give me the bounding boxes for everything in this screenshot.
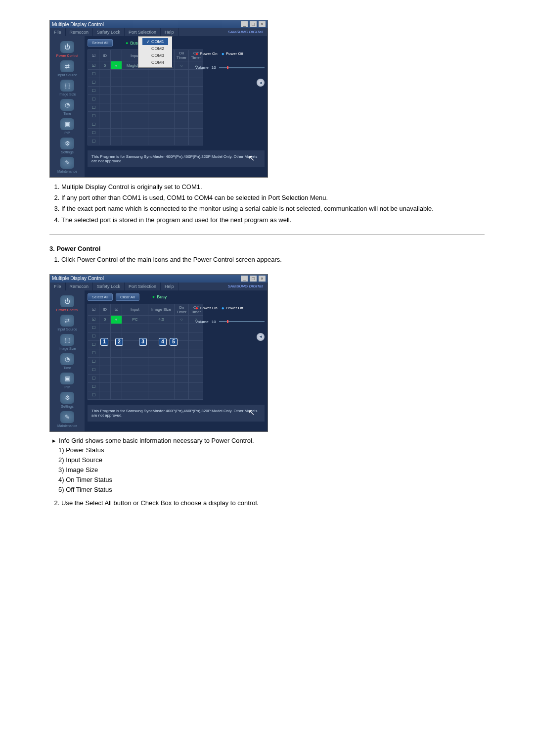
table-row[interactable]: ☐ [88,103,203,112]
col-status: ☑ [111,304,122,315]
sidebar: ⏻Power Control ⇄Input Source ⬚Image Size… [50,290,85,431]
menu-safety-lock[interactable]: Safety Lock [93,283,125,290]
table-row[interactable]: ☐ [88,112,203,120]
footer-message: This Program is for Samsung SyncMaster 4… [88,150,265,167]
volume-control[interactable]: Volume 10 [195,320,265,324]
menu-port-selection[interactable]: Port Selection [125,28,161,36]
settings-icon: ⚙ [60,392,74,404]
volume-control[interactable]: Volume 10 [195,65,265,70]
maintenance-icon: ✎ [60,157,74,169]
table-row[interactable]: ☐ [88,95,203,103]
busy-indicator: Busy [152,294,167,299]
imagesize-icon: ⬚ [60,334,74,346]
titlebar: Multiple Display Control _ □ × [50,20,267,28]
col-on-timer: On Timer [175,304,189,315]
minimize-icon[interactable]: _ [241,276,248,282]
menu-safety-lock[interactable]: Safety Lock [93,28,125,36]
sidebar-item-image-size[interactable]: ⬚Image Size [50,332,85,351]
settings-icon: ⚙ [60,138,74,149]
volume-label: Volume [195,320,209,324]
col-image-size: Image Size [148,304,175,315]
pip-icon: ▣ [60,373,74,384]
sidebar-item-maintenance[interactable]: ✎Maintenance [50,155,85,174]
power-off-button[interactable]: Power Off [222,51,243,56]
volume-knob-icon[interactable]: ◄ [257,333,265,341]
select-all-button[interactable]: Select All [88,293,113,301]
table-row[interactable]: ☐ [88,366,203,374]
section-heading: 3. Power Control [49,245,485,252]
table-row[interactable]: ☐ [88,382,203,391]
list-item: 4) On Timer Status [58,476,485,484]
sidebar-item-pip[interactable]: ▣PIP [50,116,85,136]
brand-label: SAMSUNG DIGITall [224,28,267,36]
clear-all-button[interactable]: Clear All [116,293,139,301]
info-sublist: 1) Power Status 2) Input Source 3) Image… [58,446,485,494]
sidebar-item-power-control[interactable]: ⏻Power Control [50,39,85,58]
table-row[interactable]: ☐ [88,120,203,129]
screenshot-1: Multiple Display Control _ □ × File Remo… [49,20,268,178]
brand-label: SAMSUNG DIGITall [224,283,267,290]
volume-slider[interactable] [219,67,265,68]
menu-help[interactable]: Help [161,283,178,290]
menu-help[interactable]: Help [161,28,178,36]
sidebar-item-settings[interactable]: ⚙Settings [50,136,85,155]
menu-remocon[interactable]: Remocon [66,28,93,36]
dropdown-item-com4[interactable]: COM4 [142,59,168,66]
instruction-list-1: Multiple Display Control is originally s… [49,183,485,225]
menu-file[interactable]: File [50,28,66,36]
table-row[interactable]: ☐ [88,70,203,78]
maintenance-icon: ✎ [60,411,74,423]
list-item: 5) Off Timer Status [58,486,485,494]
close-icon[interactable]: × [259,276,266,282]
table-row[interactable]: ☐ [88,357,203,366]
menubar: File Remocon Safety Lock Port Selection … [50,283,267,290]
list-item: Multiple Display Control is originally s… [61,183,485,191]
menu-port-selection[interactable]: Port Selection [125,283,161,290]
volume-knob-icon[interactable]: ◄ [257,79,265,87]
sidebar-item-time[interactable]: ◔Time [50,97,85,116]
table-row[interactable]: ☐ [88,78,203,87]
sidebar: ⏻Power Control ⇄Input Source ⬚Image Size… [50,36,85,177]
instruction-list-2a: Click Power Control of the main icons an… [49,255,485,264]
sidebar-item-power-control[interactable]: ⏻Power Control [50,293,85,313]
menubar: File Remocon Safety Lock Port Selection … [50,28,267,36]
sidebar-item-time[interactable]: ◔Time [50,351,85,371]
power-off-button[interactable]: Power Off [222,305,243,311]
list-item: If any port other than COM1 is used, COM… [61,193,485,202]
list-item: Click Power Control of the main icons an… [61,255,485,264]
sidebar-item-input-source[interactable]: ⇄Input Source [50,313,85,332]
menu-remocon[interactable]: Remocon [66,283,93,290]
callout-1: 1 [100,338,108,346]
dropdown-item-com1[interactable]: ✓COM1 [142,38,168,45]
table-row[interactable]: ☐ [88,324,203,332]
sidebar-item-maintenance[interactable]: ✎Maintenance [50,409,85,428]
col-id: ID [99,50,111,61]
power-on-button[interactable]: Power On [195,305,218,311]
minimize-icon[interactable]: _ [241,21,248,27]
port-selection-dropdown: ✓COM1 COM2 COM3 COM4 [138,36,173,68]
dropdown-item-com3[interactable]: COM3 [142,52,168,59]
table-row[interactable]: ☐ [88,129,203,137]
dropdown-item-com2[interactable]: COM2 [142,45,168,52]
maximize-icon[interactable]: □ [250,21,257,27]
list-item: 3) Image Size [58,466,485,474]
table-row[interactable]: ☑ 0 ● PC 4:3 ○ ○ [88,315,203,324]
info-grid: ☑ ID ☑ Input Image Size On Timer Off Tim… [88,304,203,400]
table-row[interactable]: ☐ [88,137,203,145]
sidebar-item-image-size[interactable]: ⬚Image Size [50,78,85,97]
volume-slider[interactable] [219,321,265,322]
close-icon[interactable]: × [259,21,266,27]
select-all-button[interactable]: Select All [88,39,113,47]
sidebar-item-pip[interactable]: ▣PIP [50,371,85,390]
power-on-button[interactable]: Power On [195,51,218,56]
window-controls: _ □ × [240,276,266,282]
table-row[interactable]: ☐ [88,374,203,382]
table-row[interactable]: ☐ [88,391,203,399]
maximize-icon[interactable]: □ [250,276,257,282]
menu-file[interactable]: File [50,283,66,290]
sidebar-item-settings[interactable]: ⚙Settings [50,390,85,409]
sidebar-item-input-source[interactable]: ⇄Input Source [50,58,85,78]
right-panel: Power On Power Off Volume 10 ◄ [195,305,265,341]
table-row[interactable]: ☐ [88,87,203,95]
table-row[interactable]: ☐ [88,349,203,357]
